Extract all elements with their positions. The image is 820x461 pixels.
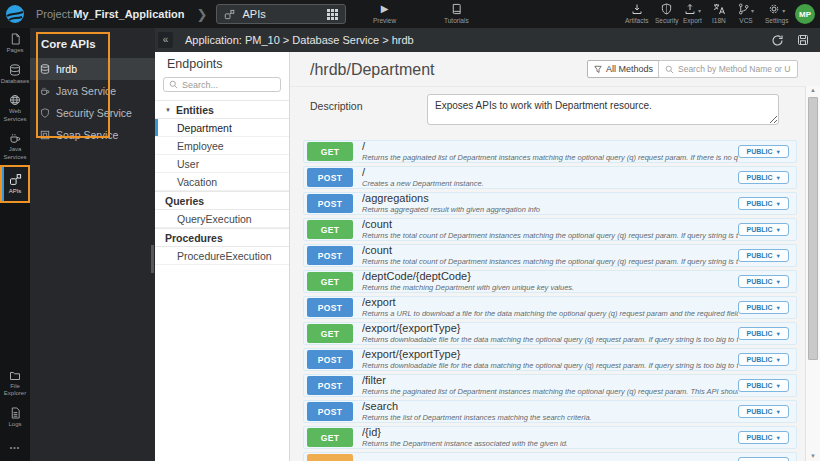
wavemaker-logo-icon[interactable] xyxy=(0,0,30,28)
vertical-scrollbar[interactable]: ▲ ▼ xyxy=(805,86,820,461)
access-dropdown[interactable]: PUBLIC ▼ xyxy=(738,223,789,236)
endpoint-path: /{id} xyxy=(362,427,738,439)
endpoint-row[interactable]: POST / Creates a new Department instance… xyxy=(303,166,797,189)
endpoints-search[interactable] xyxy=(163,77,281,92)
endpoint-row[interactable]: GET /deptCode/{deptCode} Returns the mat… xyxy=(303,270,797,293)
project-breadcrumb: Project:My_First_Application xyxy=(36,8,185,20)
section-entities[interactable]: ▼ Entities xyxy=(155,100,289,119)
sidebar-item-file-explorer[interactable]: FileExplorer xyxy=(0,365,30,402)
sidebar-item-logs[interactable]: Logs xyxy=(0,402,30,433)
section-queries[interactable]: Queries xyxy=(155,191,289,210)
endpoint-row[interactable]: POST /export/{exportType} Returns downlo… xyxy=(303,348,797,371)
export-button[interactable]: ▾ Export xyxy=(683,3,702,24)
endpoint-row[interactable]: GET /count Returns the total count of De… xyxy=(303,218,797,241)
chevron-down-icon: ▾ xyxy=(698,7,701,14)
chevron-down-icon: ▼ xyxy=(776,435,781,441)
endpoint-row[interactable]: GET /{id} Returns the Department instanc… xyxy=(303,426,797,449)
core-api-item-soap-service[interactable]: Soap Service xyxy=(30,124,155,146)
method-badge: PUT xyxy=(307,454,353,461)
access-dropdown[interactable]: PUBLIC ▼ xyxy=(738,275,789,288)
access-dropdown[interactable]: PUBLIC ▼ xyxy=(738,327,789,340)
user-avatar[interactable]: MP xyxy=(795,4,815,24)
globe-icon xyxy=(9,94,21,106)
log-file-icon xyxy=(10,407,21,419)
endpoint-description: Returns the paginated list of Department… xyxy=(362,153,738,162)
workspace-selector[interactable]: APIs xyxy=(216,4,346,24)
access-dropdown[interactable]: PUBLIC ▼ xyxy=(738,301,789,314)
endpoint-path: /export/{exportType} xyxy=(362,323,738,335)
method-badge: GET xyxy=(307,428,353,447)
refresh-icon[interactable] xyxy=(771,34,784,47)
chevron-down-icon: ▼ xyxy=(776,383,781,389)
sidebar-item-databases[interactable]: Databases xyxy=(0,59,30,90)
api-icon xyxy=(224,9,235,20)
security-button[interactable]: Security xyxy=(655,3,678,24)
core-api-item-java-service[interactable]: Java Service xyxy=(30,80,155,102)
endpoint-item-procedureexecution[interactable]: ProcedureExecution xyxy=(155,247,289,265)
grid-icon[interactable] xyxy=(327,9,338,20)
endpoint-row[interactable]: POST /count Returns the total count of D… xyxy=(303,244,797,267)
sidebar-item-web-services[interactable]: WebServices xyxy=(0,89,30,127)
method-badge: GET xyxy=(307,220,353,239)
scroll-down-arrow[interactable]: ▼ xyxy=(806,453,820,459)
method-search-input[interactable] xyxy=(678,64,791,74)
endpoint-description: Returns downloadable file for the data m… xyxy=(362,361,738,370)
access-dropdown[interactable]: PUBLIC ▼ xyxy=(738,405,789,418)
sidebar-item-apis[interactable]: APIs xyxy=(0,165,30,203)
method-search[interactable] xyxy=(658,60,798,78)
endpoint-path: /export xyxy=(362,297,738,309)
endpoint-row[interactable]: PUT PUBLIC ▼ xyxy=(303,452,797,461)
endpoints-search-input[interactable] xyxy=(182,80,272,90)
core-apis-panel: Core APIs hrdb Java Service xyxy=(30,28,155,461)
access-dropdown[interactable]: PUBLIC ▼ xyxy=(738,197,789,210)
save-icon[interactable] xyxy=(797,34,809,46)
access-dropdown[interactable]: PUBLIC ▼ xyxy=(738,249,789,262)
endpoint-row[interactable]: POST /export Returns a URL to download a… xyxy=(303,296,797,319)
endpoint-path: /deptCode/{deptCode} xyxy=(362,271,738,283)
shield-icon xyxy=(40,108,50,118)
sidebar-item-java-services[interactable]: JavaServices xyxy=(0,127,30,165)
endpoint-description: Returns the total count of Department in… xyxy=(362,231,738,240)
endpoint-item-vacation[interactable]: Vacation xyxy=(155,173,289,191)
app-window: Project:My_First_Application ❯ APIs xyxy=(0,0,820,461)
endpoint-row[interactable]: GET /export/{exportType} Returns downloa… xyxy=(303,322,797,345)
endpoint-description: Returns the paginated list of Department… xyxy=(362,387,738,396)
endpoint-item-employee[interactable]: Employee xyxy=(155,137,289,155)
access-dropdown[interactable]: PUBLIC ▼ xyxy=(738,379,789,392)
core-api-item-security-service[interactable]: Security Service xyxy=(30,102,155,124)
section-procedures[interactable]: Procedures xyxy=(155,228,289,247)
i18n-button[interactable]: I18N xyxy=(712,3,726,24)
chevron-down-icon: ▼ xyxy=(776,149,781,155)
scroll-up-arrow[interactable]: ▲ xyxy=(806,87,820,93)
access-dropdown[interactable]: PUBLIC ▼ xyxy=(738,145,789,158)
preview-button[interactable]: ▶ Preview xyxy=(373,3,396,24)
tutorials-button[interactable]: Tutorials xyxy=(444,3,469,24)
panel-scrollbar-thumb[interactable] xyxy=(151,245,154,273)
sidebar-item-pages[interactable]: Pages xyxy=(0,28,30,59)
description-textarea[interactable]: Exposes APIs to work with Department res… xyxy=(427,94,779,125)
endpoint-item-user[interactable]: User xyxy=(155,155,289,173)
settings-button[interactable]: ▾ Settings xyxy=(765,3,789,24)
endpoint-row[interactable]: POST /aggregations Returns aggregated re… xyxy=(303,192,797,215)
core-api-item-hrdb[interactable]: hrdb xyxy=(30,58,155,80)
shield-icon xyxy=(661,3,672,15)
collapse-panel-button[interactable]: « xyxy=(158,32,173,48)
endpoint-path: /count xyxy=(362,219,738,231)
access-dropdown[interactable]: PUBLIC ▼ xyxy=(738,171,789,184)
endpoint-path: /filter xyxy=(362,375,738,387)
endpoint-row[interactable]: POST /search Returns the list of Departm… xyxy=(303,400,797,423)
endpoint-row[interactable]: POST /filter Returns the paginated list … xyxy=(303,374,797,397)
endpoint-item-queryexecution[interactable]: QueryExecution xyxy=(155,210,289,228)
chevron-down-icon: ▼ xyxy=(776,201,781,207)
chevron-down-icon: ▼ xyxy=(776,175,781,181)
vcs-button[interactable]: ▾ VCS xyxy=(738,3,754,24)
endpoint-path: /export/{exportType} xyxy=(362,349,738,361)
access-dropdown[interactable]: PUBLIC ▼ xyxy=(738,353,789,366)
access-dropdown[interactable]: PUBLIC ▼ xyxy=(738,431,789,444)
endpoint-row[interactable]: GET / Returns the paginated list of Depa… xyxy=(303,140,797,163)
endpoint-item-department[interactable]: Department xyxy=(155,119,289,137)
more-options-icon[interactable]: ••• xyxy=(10,432,20,461)
scrollbar-thumb[interactable] xyxy=(808,97,818,360)
artifacts-button[interactable]: Artifacts xyxy=(625,3,648,24)
access-dropdown[interactable]: PUBLIC ▼ xyxy=(738,457,789,461)
